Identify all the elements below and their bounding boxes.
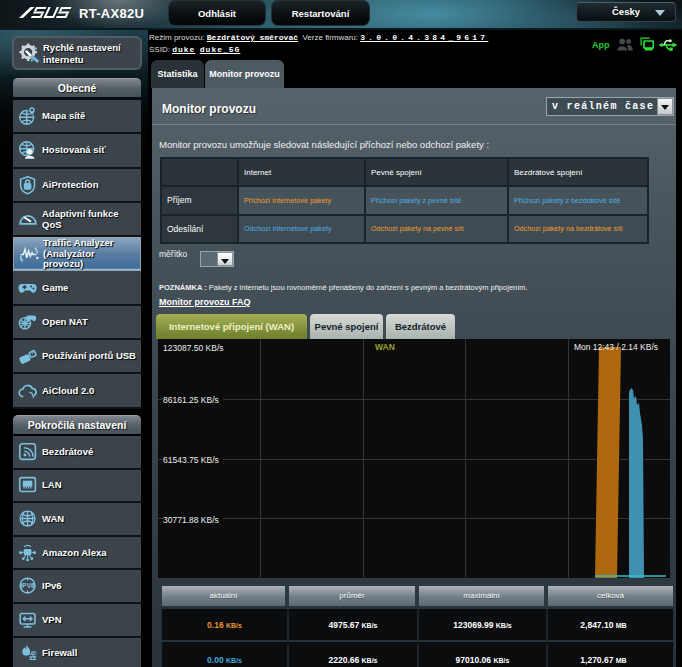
svg-text:IPV6: IPV6: [20, 582, 35, 589]
